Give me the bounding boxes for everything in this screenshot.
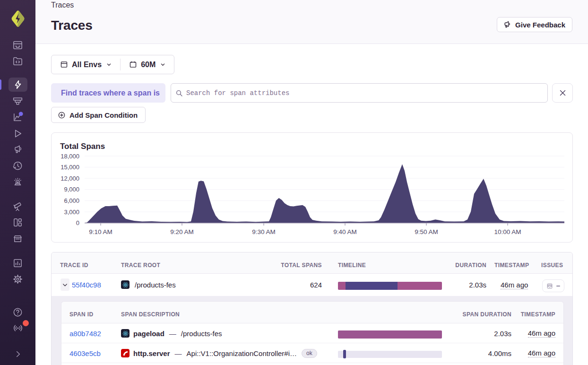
svg-text:6,000: 6,000 (64, 197, 79, 204)
svg-text:0: 0 (76, 219, 79, 226)
svg-text:9:20 AM: 9:20 AM (170, 228, 194, 235)
svg-text:9:50 AM: 9:50 AM (415, 228, 438, 235)
svg-text:3,000: 3,000 (64, 209, 79, 216)
svg-text:10:00 AM: 10:00 AM (494, 228, 521, 235)
svg-text:9,000: 9,000 (64, 186, 79, 193)
svg-text:9:40 AM: 9:40 AM (333, 228, 357, 235)
svg-text:9:30 AM: 9:30 AM (252, 228, 276, 235)
svg-text:18,000: 18,000 (61, 153, 79, 160)
svg-text:12,000: 12,000 (61, 175, 79, 182)
svg-text:15,000: 15,000 (61, 164, 79, 171)
svg-text:9:10 AM: 9:10 AM (89, 228, 112, 235)
